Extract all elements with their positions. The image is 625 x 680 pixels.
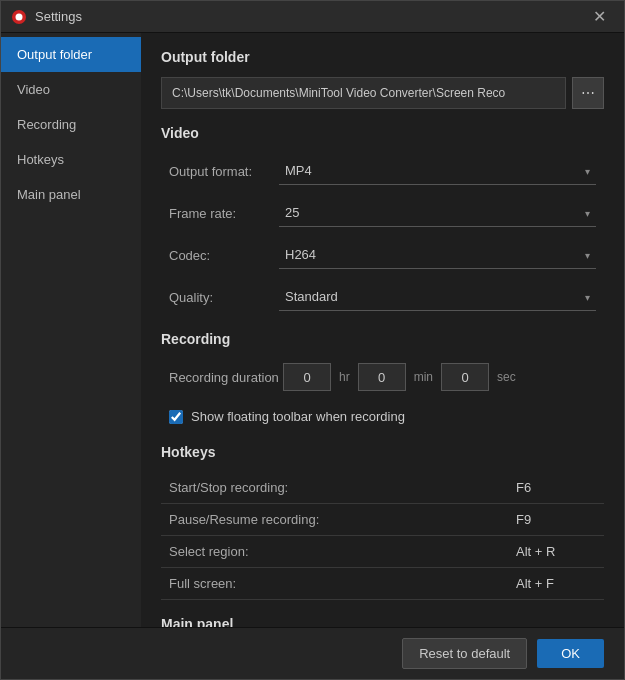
footer: Reset to default OK	[1, 627, 624, 679]
output-format-select[interactable]: MP4 AVI MKV MOV	[279, 157, 596, 185]
hotkey-label-pause-resume: Pause/Resume recording:	[169, 512, 516, 527]
quality-wrapper: Low Standard High Lossless ▾	[279, 283, 596, 311]
ok-button[interactable]: OK	[537, 639, 604, 668]
hotkey-value-pause-resume: F9	[516, 512, 596, 527]
sidebar-item-video[interactable]: Video	[1, 72, 141, 107]
main-layout: Output folder Video Recording Hotkeys Ma…	[1, 33, 624, 627]
close-button[interactable]: ✕	[584, 2, 614, 32]
sec-unit: sec	[497, 370, 516, 384]
hotkey-row-pause-resume: Pause/Resume recording: F9	[161, 504, 604, 536]
toolbar-checkbox-row: Show floating toolbar when recording	[161, 405, 604, 428]
codec-wrapper: H264 H265 VP8 VP9 ▾	[279, 241, 596, 269]
frame-rate-row: Frame rate: 15 20 25 30 60 ▾	[161, 195, 604, 231]
hotkey-value-full-screen: Alt + F	[516, 576, 596, 591]
folder-path-input[interactable]	[161, 77, 566, 109]
toolbar-checkbox[interactable]	[169, 410, 183, 424]
sidebar-item-hotkeys[interactable]: Hotkeys	[1, 142, 141, 177]
recording-duration-label: Recording duration	[169, 370, 279, 385]
duration-min-input[interactable]	[358, 363, 406, 391]
reset-to-default-button[interactable]: Reset to default	[402, 638, 527, 669]
video-section: Video Output format: MP4 AVI MKV MOV ▾	[161, 125, 604, 315]
hotkey-label-start-stop: Start/Stop recording:	[169, 480, 516, 495]
hr-unit: hr	[339, 370, 350, 384]
folder-path-row: ⋯	[161, 77, 604, 109]
sidebar-item-main-panel[interactable]: Main panel	[1, 177, 141, 212]
main-panel-section-title: Main panel	[161, 616, 604, 627]
codec-select[interactable]: H264 H265 VP8 VP9	[279, 241, 596, 269]
hotkey-row-select-region: Select region: Alt + R	[161, 536, 604, 568]
hotkeys-section: Hotkeys Start/Stop recording: F6 Pause/R…	[161, 444, 604, 600]
sidebar-item-recording[interactable]: Recording	[1, 107, 141, 142]
main-panel-section: Main panel	[161, 616, 604, 627]
browse-icon: ⋯	[581, 85, 595, 101]
quality-select[interactable]: Low Standard High Lossless	[279, 283, 596, 311]
duration-hr-input[interactable]	[283, 363, 331, 391]
frame-rate-label: Frame rate:	[169, 206, 279, 221]
sidebar-item-output-folder[interactable]: Output folder	[1, 37, 141, 72]
titlebar: Settings ✕	[1, 1, 624, 33]
output-format-row: Output format: MP4 AVI MKV MOV ▾	[161, 153, 604, 189]
hotkey-row-start-stop: Start/Stop recording: F6	[161, 472, 604, 504]
hotkey-label-full-screen: Full screen:	[169, 576, 516, 591]
hotkeys-section-title: Hotkeys	[161, 444, 604, 460]
toolbar-checkbox-label[interactable]: Show floating toolbar when recording	[191, 409, 405, 424]
hotkey-row-full-screen: Full screen: Alt + F	[161, 568, 604, 600]
svg-point-1	[16, 13, 23, 20]
frame-rate-wrapper: 15 20 25 30 60 ▾	[279, 199, 596, 227]
video-section-title: Video	[161, 125, 604, 141]
hotkey-value-start-stop: F6	[516, 480, 596, 495]
recording-duration-row: Recording duration hr min sec	[161, 359, 604, 395]
codec-row: Codec: H264 H265 VP8 VP9 ▾	[161, 237, 604, 273]
settings-window: Settings ✕ Output folder Video Recording…	[0, 0, 625, 680]
sidebar: Output folder Video Recording Hotkeys Ma…	[1, 33, 141, 627]
window-title: Settings	[35, 9, 584, 24]
hotkey-label-select-region: Select region:	[169, 544, 516, 559]
recording-section: Recording Recording duration hr min sec …	[161, 331, 604, 428]
frame-rate-select[interactable]: 15 20 25 30 60	[279, 199, 596, 227]
app-icon	[11, 9, 27, 25]
quality-label: Quality:	[169, 290, 279, 305]
recording-section-title: Recording	[161, 331, 604, 347]
content-area: Output folder ⋯ Video Output format: MP4	[141, 33, 624, 627]
quality-row: Quality: Low Standard High Lossless ▾	[161, 279, 604, 315]
hotkey-value-select-region: Alt + R	[516, 544, 596, 559]
browse-button[interactable]: ⋯	[572, 77, 604, 109]
output-folder-section: Output folder ⋯	[161, 49, 604, 109]
duration-sec-input[interactable]	[441, 363, 489, 391]
output-format-wrapper: MP4 AVI MKV MOV ▾	[279, 157, 596, 185]
output-format-label: Output format:	[169, 164, 279, 179]
codec-label: Codec:	[169, 248, 279, 263]
min-unit: min	[414, 370, 433, 384]
output-folder-title: Output folder	[161, 49, 604, 65]
